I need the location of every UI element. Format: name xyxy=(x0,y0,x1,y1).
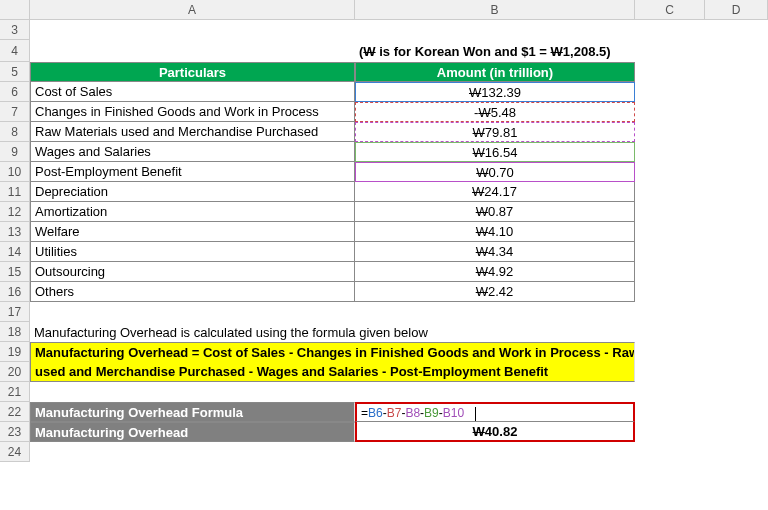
row-header[interactable]: 10 xyxy=(0,162,30,182)
row-header[interactable]: 20 xyxy=(0,362,30,382)
cell[interactable] xyxy=(705,302,768,322)
cell[interactable] xyxy=(705,182,768,202)
result-value-cell[interactable]: W40.82 xyxy=(355,422,635,442)
cell[interactable] xyxy=(30,20,355,40)
cell[interactable] xyxy=(635,262,705,282)
row-header[interactable]: 13 xyxy=(0,222,30,242)
row-header[interactable]: 15 xyxy=(0,262,30,282)
cell[interactable] xyxy=(635,202,705,222)
table-row-label[interactable]: Outsourcing xyxy=(30,262,355,282)
row-header[interactable]: 7 xyxy=(0,102,30,122)
cell[interactable] xyxy=(635,342,705,362)
cell[interactable] xyxy=(635,282,705,302)
cell[interactable] xyxy=(705,442,768,462)
cell[interactable] xyxy=(30,382,355,402)
table-row-value[interactable]: W24.17 xyxy=(355,182,635,202)
cell[interactable] xyxy=(355,442,635,462)
row-header[interactable]: 23 xyxy=(0,422,30,442)
cell[interactable] xyxy=(705,422,768,442)
table-row-value[interactable]: -W5.48 xyxy=(355,102,635,122)
cell[interactable] xyxy=(635,362,705,382)
cell[interactable] xyxy=(635,422,705,442)
cell[interactable] xyxy=(705,20,768,40)
table-row-value[interactable]: W4.34 xyxy=(355,242,635,262)
col-header-c[interactable]: C xyxy=(635,0,705,20)
col-header-d[interactable]: D xyxy=(705,0,768,20)
cell[interactable] xyxy=(635,182,705,202)
cell[interactable] xyxy=(705,202,768,222)
row-header[interactable]: 6 xyxy=(0,82,30,102)
table-row-label[interactable]: Amortization xyxy=(30,202,355,222)
row-header[interactable]: 9 xyxy=(0,142,30,162)
table-row-label[interactable]: Changes in Finished Goods and Work in Pr… xyxy=(30,102,355,122)
cell[interactable] xyxy=(635,122,705,142)
cell[interactable] xyxy=(705,102,768,122)
row-header[interactable]: 22 xyxy=(0,402,30,422)
cell[interactable] xyxy=(635,102,705,122)
row-header[interactable]: 4 xyxy=(0,40,30,62)
cell[interactable] xyxy=(355,302,635,322)
cell[interactable] xyxy=(635,142,705,162)
cell[interactable] xyxy=(635,62,705,82)
table-row-value[interactable]: W₩132.39132.39 xyxy=(355,82,635,102)
row-header[interactable]: 21 xyxy=(0,382,30,402)
cell[interactable] xyxy=(635,302,705,322)
cell[interactable] xyxy=(635,442,705,462)
table-row-value[interactable]: W2.42 xyxy=(355,282,635,302)
table-row-value[interactable]: W4.10 xyxy=(355,222,635,242)
table-row-label[interactable]: Others xyxy=(30,282,355,302)
table-row-value[interactable]: W16.54 xyxy=(355,142,635,162)
table-row-label[interactable]: Post-Employment Benefit xyxy=(30,162,355,182)
row-header[interactable]: 24 xyxy=(0,442,30,462)
cell[interactable] xyxy=(705,62,768,82)
cell[interactable] xyxy=(705,122,768,142)
row-header[interactable]: 17 xyxy=(0,302,30,322)
table-row-label[interactable]: Cost of Sales xyxy=(30,82,355,102)
cell[interactable] xyxy=(705,40,768,62)
cell[interactable] xyxy=(705,382,768,402)
cell[interactable] xyxy=(705,342,768,362)
col-header-a[interactable]: A xyxy=(30,0,355,20)
col-header-b[interactable]: B xyxy=(355,0,635,20)
cell[interactable] xyxy=(355,382,635,402)
cell[interactable] xyxy=(705,82,768,102)
cell[interactable] xyxy=(635,242,705,262)
table-row-value[interactable]: W0.70 xyxy=(355,162,635,182)
cell[interactable] xyxy=(705,142,768,162)
row-header[interactable]: 8 xyxy=(0,122,30,142)
row-header[interactable]: 14 xyxy=(0,242,30,262)
row-header[interactable]: 5 xyxy=(0,62,30,82)
table-row-label[interactable]: Wages and Salaries xyxy=(30,142,355,162)
table-row-value[interactable]: W79.81 xyxy=(355,122,635,142)
table-row-value[interactable]: W0.87 xyxy=(355,202,635,222)
table-row-value[interactable]: W4.92 xyxy=(355,262,635,282)
cell[interactable] xyxy=(705,282,768,302)
cell[interactable] xyxy=(705,162,768,182)
cell[interactable] xyxy=(635,382,705,402)
cell[interactable] xyxy=(635,222,705,242)
row-header[interactable]: 19 xyxy=(0,342,30,362)
formula-edit-cell[interactable]: =B6-B7-B8-B9-B10 xyxy=(355,402,635,422)
cell[interactable] xyxy=(635,402,705,422)
table-row-label[interactable]: Utilities xyxy=(30,242,355,262)
spreadsheet-grid[interactable]: A B C D 3 4 (W is for Korean Won and $1 … xyxy=(0,0,768,462)
cell[interactable] xyxy=(30,40,355,62)
cell[interactable] xyxy=(355,20,635,40)
table-row-label[interactable]: Raw Materials used and Merchandise Purch… xyxy=(30,122,355,142)
cell[interactable] xyxy=(30,302,355,322)
cell[interactable] xyxy=(705,262,768,282)
cell[interactable] xyxy=(635,162,705,182)
cell[interactable] xyxy=(30,442,355,462)
cell[interactable] xyxy=(705,402,768,422)
row-header[interactable]: 12 xyxy=(0,202,30,222)
table-row-label[interactable]: Welfare xyxy=(30,222,355,242)
row-header[interactable]: 3 xyxy=(0,20,30,40)
row-header[interactable]: 11 xyxy=(0,182,30,202)
table-row-label[interactable]: Depreciation xyxy=(30,182,355,202)
cell[interactable] xyxy=(705,222,768,242)
row-header[interactable]: 18 xyxy=(0,322,30,342)
row-header[interactable]: 16 xyxy=(0,282,30,302)
cell[interactable] xyxy=(705,242,768,262)
cell[interactable] xyxy=(635,82,705,102)
cell[interactable] xyxy=(635,20,705,40)
